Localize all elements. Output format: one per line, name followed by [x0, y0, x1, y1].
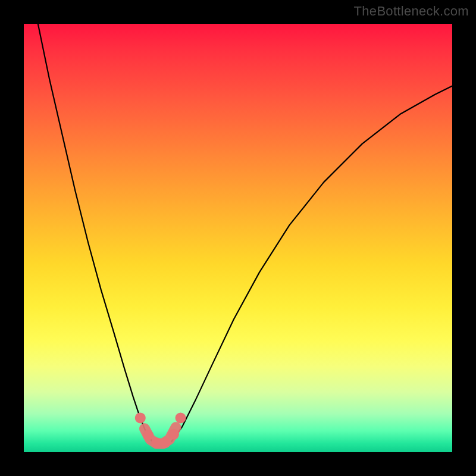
curve-right-branch — [171, 86, 452, 441]
highlight-dot-1 — [143, 430, 154, 440]
plot-area — [24, 24, 452, 452]
curve-left-branch — [38, 24, 152, 441]
watermark-text: TheBottleneck.com — [354, 4, 469, 19]
highlight-dot-5 — [176, 412, 186, 423]
chart-svg — [24, 24, 452, 452]
series-group — [38, 24, 452, 441]
highlight-dot-4 — [168, 429, 179, 440]
highlight-dot-3 — [160, 437, 171, 448]
highlight-dot-0 — [135, 412, 146, 423]
chart-frame: TheBottleneck.com — [0, 0, 476, 476]
